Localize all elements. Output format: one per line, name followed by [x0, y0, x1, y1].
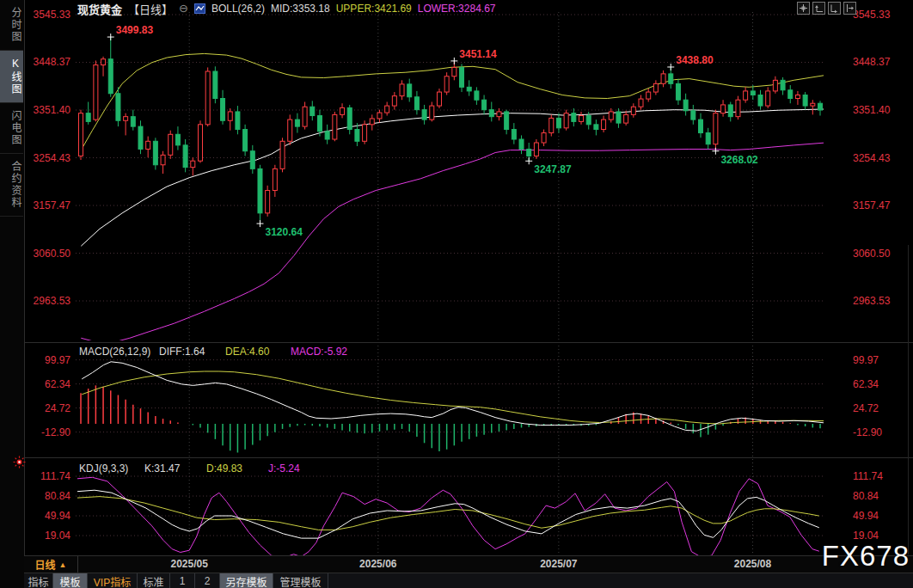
period-arrow-icon: ▲	[59, 560, 67, 569]
svg-text:3060.50: 3060.50	[34, 248, 71, 260]
kdj-header: KDJ(9,3,3)K:31.47D:49.83J:-5.24	[79, 462, 300, 475]
svg-text:3157.47: 3157.47	[853, 199, 891, 211]
svg-text:19.04: 19.04	[45, 530, 70, 542]
chart-header: 现货黄金 【日线】 ⊖ BOLL(26,2) MID:3353.18 UPPER…	[77, 2, 495, 15]
svg-text:99.97: 99.97	[853, 354, 879, 366]
collapse-icon[interactable]: ⊖	[179, 4, 188, 13]
tab-6[interactable]: 另存模板	[220, 573, 273, 588]
month-label-3: 2025/08	[734, 558, 771, 570]
svg-text:3247.87: 3247.87	[534, 163, 572, 175]
svg-text:3438.80: 3438.80	[676, 54, 714, 66]
svg-text:DEA:4.60: DEA:4.60	[225, 346, 270, 358]
macd-header: MACD(26,12,9)DIFF:1.64DEA:4.60MACD:-5.92	[79, 346, 347, 358]
svg-text:K:31.47: K:31.47	[144, 462, 181, 475]
tab-4[interactable]: 1	[170, 573, 195, 588]
month-label-0: 2025/05	[170, 558, 207, 570]
tab-3[interactable]: 标准	[138, 573, 170, 588]
tab-1[interactable]: 模板	[53, 573, 88, 588]
trading-app: 分时图K线图闪电图合约资料 现货黄金 【日线】 ⊖ BOLL(26,2) MID…	[0, 0, 913, 588]
svg-text:3451.14: 3451.14	[459, 48, 497, 60]
svg-text:MACD(26,12,9): MACD(26,12,9)	[79, 346, 150, 358]
tab-2[interactable]: VIP指标	[88, 573, 138, 588]
svg-text:62.34: 62.34	[853, 378, 879, 390]
svg-text:3254.43: 3254.43	[34, 152, 71, 164]
chart-toolbar	[797, 2, 856, 15]
symbol-name: 现货黄金	[77, 1, 122, 17]
boll-label: BOLL(26,2)	[211, 3, 265, 15]
kline-chart[interactable]: 3545.333545.333448.373448.373351.403351.…	[0, 0, 913, 557]
boll-upper-value: UPPER:3421.69	[336, 3, 412, 15]
svg-text:DIFF:1.64: DIFF:1.64	[159, 346, 205, 358]
month-label-2: 2025/07	[540, 558, 577, 570]
boll-mid-value: MID:3353.18	[271, 3, 330, 15]
svg-text:80.84: 80.84	[45, 490, 70, 502]
svg-text:99.97: 99.97	[45, 354, 70, 366]
svg-text:111.74: 111.74	[853, 470, 883, 482]
zoom-x-axis-icon[interactable]	[828, 2, 841, 15]
macd-layer	[81, 362, 824, 453]
svg-text:3120.64: 3120.64	[265, 226, 303, 238]
svg-text:3545.33: 3545.33	[853, 9, 891, 21]
bottom-tab-bar: 指标模板VIP指标标准12另存模板管理模板	[24, 573, 913, 588]
svg-text:3448.37: 3448.37	[853, 56, 891, 68]
svg-text:3060.50: 3060.50	[853, 248, 891, 260]
svg-text:2963.53: 2963.53	[853, 295, 891, 307]
svg-text:-12.90: -12.90	[853, 426, 882, 438]
month-label-1: 2025/06	[359, 558, 396, 570]
sidebar-item-3[interactable]: 合约资料	[0, 154, 23, 217]
pan-chart-icon[interactable]	[843, 2, 856, 15]
sidebar-item-0[interactable]: 分时图	[0, 0, 23, 51]
svg-text:3351.40: 3351.40	[34, 104, 71, 116]
svg-text:3351.40: 3351.40	[853, 104, 891, 116]
svg-text:49.94: 49.94	[45, 510, 70, 522]
svg-text:MACD:-5.92: MACD:-5.92	[291, 346, 347, 358]
svg-text:3545.33: 3545.33	[34, 9, 71, 21]
period-label: 日线	[35, 557, 56, 572]
svg-text:62.34: 62.34	[45, 378, 70, 390]
sidebar-item-2[interactable]: 闪电图	[0, 103, 23, 154]
fx678-watermark: FX678	[822, 540, 910, 573]
kdj-axis: 111.74111.7480.8480.8449.9449.9419.0419.…	[40, 470, 883, 542]
boll-bands	[81, 53, 824, 343]
price-annotations: 3499.833120.643451.143247.873438.803268.…	[107, 24, 758, 238]
boll-lower-value: LOWER:3284.67	[418, 3, 496, 15]
period-selector[interactable]: 日线 ▲	[24, 556, 78, 573]
live-dot-icon	[13, 456, 26, 472]
crosshair-tool-icon[interactable]	[797, 2, 810, 15]
kdj-layer	[77, 477, 819, 557]
svg-text:24.72: 24.72	[853, 402, 879, 414]
sidebar-item-1[interactable]: K线图	[0, 51, 23, 103]
svg-text:KDJ(9,3,3): KDJ(9,3,3)	[79, 462, 128, 475]
zoom-y-axis-icon[interactable]	[812, 2, 825, 15]
svg-text:D:49.83: D:49.83	[206, 462, 242, 475]
period-tag: 【日线】	[128, 1, 173, 17]
tab-5[interactable]: 2	[195, 573, 220, 588]
svg-text:3448.37: 3448.37	[34, 56, 71, 68]
svg-text:3254.43: 3254.43	[853, 152, 891, 164]
svg-text:49.94: 49.94	[853, 510, 879, 522]
svg-text:2963.53: 2963.53	[34, 295, 71, 307]
svg-text:J:-5.24: J:-5.24	[268, 462, 300, 475]
svg-text:-12.90: -12.90	[41, 426, 70, 438]
svg-text:80.84: 80.84	[853, 490, 879, 502]
svg-text:3499.83: 3499.83	[116, 24, 154, 36]
svg-text:24.72: 24.72	[45, 402, 70, 414]
tab-0[interactable]: 指标	[24, 573, 53, 588]
indicator-chart-icon[interactable]	[194, 3, 205, 14]
tab-7[interactable]: 管理模板	[273, 573, 328, 588]
svg-text:111.74: 111.74	[40, 470, 70, 482]
left-sidebar: 分时图K线图闪电图合约资料	[0, 0, 25, 588]
svg-text:3268.02: 3268.02	[720, 154, 758, 166]
time-axis-row: 日线 ▲ 2025/052025/062025/072025/08	[24, 555, 913, 573]
svg-text:3157.47: 3157.47	[34, 199, 71, 211]
